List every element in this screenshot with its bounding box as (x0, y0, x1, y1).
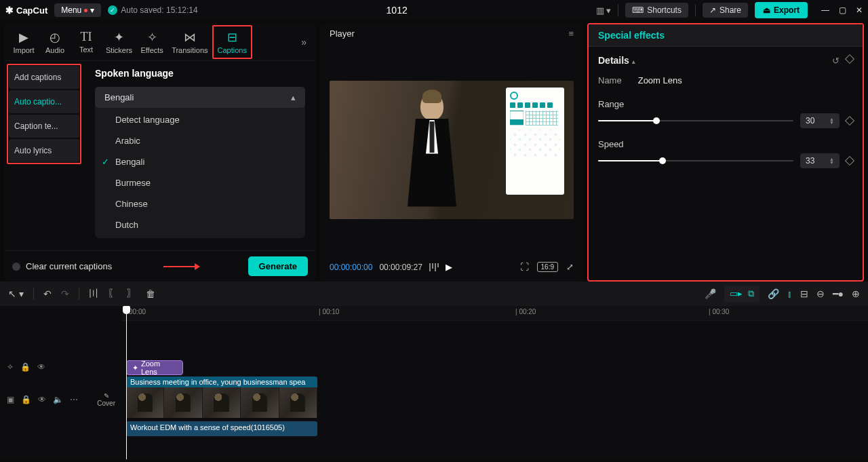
lock-icon[interactable]: 🔒 (20, 362, 31, 372)
share-button[interactable]: ↗ Share (703, 3, 748, 18)
lang-arabic[interactable]: Arabic (95, 130, 305, 151)
video-clip[interactable]: Business meeting in office, young busine… (126, 377, 317, 420)
tab-audio[interactable]: ◴ Audio (39, 26, 71, 58)
aspect-ratio-button[interactable]: 16:9 (537, 262, 558, 272)
tab-captions[interactable]: ⊟ Captions (214, 26, 251, 58)
fx-track-gutter: ✧ 🔒 👁 (0, 358, 122, 377)
mic-icon[interactable]: 🎤 (705, 288, 716, 299)
speed-input[interactable]: 33 ▲▼ (800, 153, 840, 168)
zoom-slider-icon[interactable]: ━● (833, 288, 844, 299)
timeline-toolbar: ↖ ▾ ↶ ↷ 〣 〖 〗 🗑 🎤 ▭▸ ⧉ 🔗 ⫿ ⊟ ⊖ ━● ⊕ (0, 282, 868, 306)
duration: 00:00:09:27 (379, 263, 422, 272)
autosave-status: ✓ Auto saved: 15:12:14 (108, 5, 197, 15)
lock-icon[interactable]: 🔒 (21, 395, 31, 404)
lang-detect[interactable]: Detect language (95, 109, 305, 130)
eye-icon[interactable]: 👁 (37, 362, 45, 372)
lang-burmese[interactable]: Burmese (95, 172, 305, 193)
captions-toggle-icon[interactable]: ⊟ (800, 288, 808, 299)
keyframe-icon[interactable] (845, 54, 854, 63)
clear-captions-toggle[interactable]: Clear current captions (12, 261, 112, 271)
project-title: 1012 (205, 5, 589, 16)
layout-icon[interactable]: ▥ ▾ (596, 5, 612, 16)
language-dropdown[interactable]: Bengali ▴ (95, 87, 305, 108)
undo-button[interactable]: ↶ (43, 288, 52, 299)
tab-import[interactable]: ▶ Import (8, 26, 39, 58)
close-button[interactable]: ✕ (856, 5, 863, 15)
cover-button[interactable]: ✎ Cover (97, 392, 115, 407)
current-time: 00:00:00:00 (330, 263, 372, 272)
trim-right-button[interactable]: 〗 (127, 288, 136, 300)
redo-button[interactable]: ↷ (61, 288, 69, 299)
zoom-out-icon[interactable]: ⊖ (816, 288, 825, 299)
link-icon[interactable]: 🔗 (768, 288, 779, 299)
fx-clip[interactable]: ✦ Zoom Lens (126, 360, 183, 375)
player-menu-icon[interactable]: ≡ (568, 28, 574, 39)
sidebar-caption-templates[interactable]: Caption te... (9, 115, 79, 138)
video-track-icon[interactable]: ▣ (7, 395, 14, 404)
reset-icon[interactable]: ↺ (832, 56, 840, 66)
import-icon: ▶ (19, 30, 28, 45)
star-icon[interactable]: ✧ (7, 362, 14, 372)
pencil-icon: ✎ (104, 392, 109, 400)
stickers-icon: ✦ (114, 30, 124, 45)
speed-keyframe-icon[interactable] (845, 156, 854, 166)
sidebar-auto-lyrics[interactable]: Auto lyrics (9, 139, 79, 162)
video-clip-label: Business meeting in office, young busine… (126, 377, 317, 387)
captions-icon: ⊟ (227, 30, 237, 45)
menu-indicator-dot (84, 9, 87, 12)
media-panel: ▶ Import ◴ Audio TI Text ✦ Stickers ✧ Ef… (4, 23, 316, 282)
mute-icon[interactable]: 🔈 (53, 395, 63, 404)
eye-icon[interactable]: 👁 (38, 395, 46, 404)
text-icon: TI (81, 30, 92, 44)
export-button[interactable]: ⏏ Export (755, 2, 808, 18)
export-icon: ⏏ (763, 5, 770, 15)
lang-bengali[interactable]: ✓Bengali (95, 151, 305, 172)
preview-axis-icon[interactable]: ⫿ (787, 289, 792, 299)
shortcuts-button[interactable]: ⌨ Shortcuts (625, 3, 688, 18)
menu-button[interactable]: Menu ▾ (54, 3, 101, 17)
app-name: CapCut (16, 5, 47, 16)
minimize-button[interactable]: — (821, 5, 829, 15)
language-option-list: Detect language Arabic ✓Bengali Burmese … (95, 107, 305, 238)
timeline-playhead[interactable] (126, 306, 127, 459)
split-button[interactable]: 〣 (89, 288, 98, 300)
effects-panel-header: Special effects (589, 24, 863, 47)
audio-clip[interactable]: Workout EDM with a sense of speed(101650… (126, 421, 317, 436)
lang-chinese[interactable]: Chinese (95, 193, 305, 214)
generate-button[interactable]: Generate (248, 256, 308, 276)
tab-text[interactable]: TI Text (71, 26, 102, 57)
range-slider[interactable] (598, 120, 793, 121)
annotation-arrow (163, 266, 196, 267)
chevron-up-icon: ▴ (291, 92, 296, 102)
more-icon[interactable]: ⋯ (70, 395, 78, 404)
trim-left-button[interactable]: 〖 (108, 288, 117, 300)
snap-icon[interactable]: ⧉ (748, 288, 754, 299)
video-track-gutter: ▣ 🔒 👁 🔈 ⋯ ✎ Cover (0, 377, 122, 423)
chevron-down-icon: ▾ (90, 5, 94, 15)
selection-tool-icon[interactable]: ↖ ▾ (8, 288, 24, 299)
maximize-button[interactable]: ▢ (839, 5, 846, 15)
more-tabs-button[interactable]: » (296, 37, 312, 47)
radio-icon (12, 263, 20, 271)
magnet-icon[interactable]: ▭▸ (730, 288, 743, 299)
player-title: Player (330, 28, 355, 39)
sidebar-auto-captions[interactable]: Auto captio... (9, 90, 79, 113)
fullscreen-icon[interactable]: ⤢ (566, 262, 574, 272)
check-icon: ✓ (108, 5, 117, 15)
play-button[interactable]: ▶ (446, 262, 452, 272)
zoom-in-icon[interactable]: ⊕ (852, 288, 860, 299)
delete-button[interactable]: 🗑 (146, 288, 155, 299)
logo-icon: ✱ (5, 5, 14, 16)
tab-stickers[interactable]: ✦ Stickers (102, 26, 136, 58)
range-keyframe-icon[interactable] (845, 116, 854, 126)
scale-icon[interactable]: ⛶ (520, 262, 529, 272)
name-label: Name (598, 75, 622, 85)
player-viewport[interactable] (320, 44, 583, 255)
range-input[interactable]: 30 ▲▼ (800, 113, 840, 128)
video-preview (330, 81, 574, 219)
speed-slider[interactable] (598, 160, 793, 161)
tab-transitions[interactable]: ⋈ Transitions (167, 26, 212, 58)
tab-effects[interactable]: ✧ Effects (136, 26, 167, 58)
lang-dutch[interactable]: Dutch (95, 214, 305, 235)
sidebar-add-captions[interactable]: Add captions (9, 66, 79, 89)
